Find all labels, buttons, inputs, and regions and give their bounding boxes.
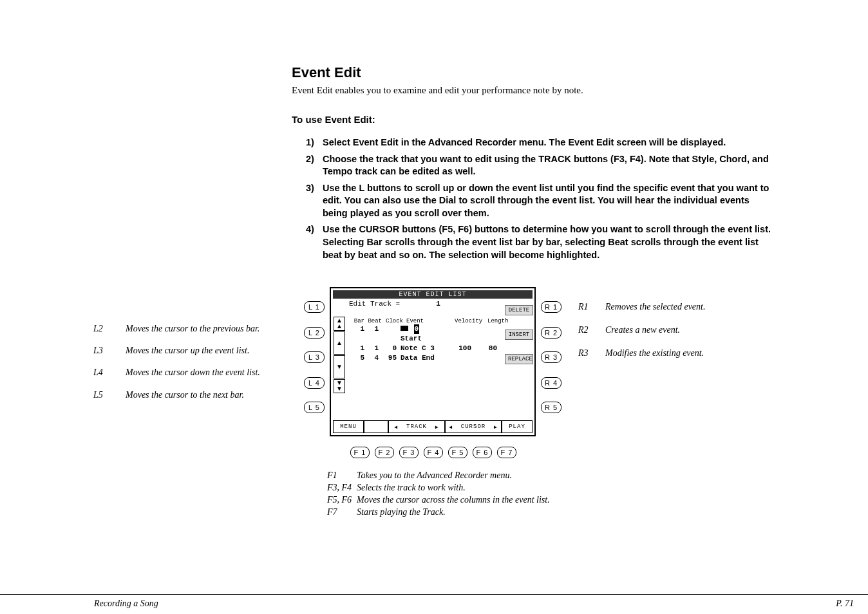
l4-button[interactable]: L 4	[304, 377, 325, 389]
l1-button[interactable]: L 1	[304, 301, 325, 313]
f6-button[interactable]: F 6	[473, 447, 492, 458]
play-softbutton[interactable]: PLAY	[502, 420, 533, 433]
step-1: 1)Select Event Edit in the Advanced Reco…	[306, 136, 775, 149]
start-marker-icon	[401, 326, 408, 331]
delete-softbutton[interactable]: DELETE	[505, 305, 533, 315]
scroll-arrows: ▲▲ ▲ ▼ ▼▼	[334, 299, 345, 394]
double-up-arrow-icon[interactable]: ▲▲	[334, 317, 345, 331]
l3-button[interactable]: L 3	[304, 351, 325, 363]
l-button-descriptions: L2Moves the cursor to the previous bar. …	[93, 323, 280, 411]
r-button-descriptions: R1Removes the selected event. R2Creates …	[578, 301, 705, 371]
r1-button[interactable]: R 1	[541, 301, 561, 313]
f5-button[interactable]: F 5	[448, 447, 467, 458]
r2-button[interactable]: R 2	[541, 327, 561, 339]
subtitle: To use Event Edit:	[292, 114, 775, 125]
lcd-bottom-bar: MENU ◀ TRACK ▶ ◀ CURSOR ▶ PLAY	[333, 420, 533, 433]
left-arrow-icon: ◀	[449, 424, 453, 430]
l2-button[interactable]: L 2	[304, 327, 325, 339]
page-footer: Recording a Song P. 71	[0, 594, 868, 609]
replace-softbutton[interactable]: REPLACE	[505, 354, 533, 364]
page-title: Event Edit	[292, 64, 775, 81]
f1-button[interactable]: F 1	[350, 447, 370, 458]
footer-section: Recording a Song	[94, 599, 158, 609]
menu-softbutton[interactable]: MENU	[333, 420, 364, 433]
cursor-softbutton[interactable]: ◀ CURSOR ▶	[445, 420, 502, 433]
insert-softbutton[interactable]: INSERT	[505, 330, 533, 340]
double-down-arrow-icon[interactable]: ▼▼	[334, 379, 345, 393]
f7-button[interactable]: F 7	[497, 447, 516, 458]
lcd-row-2: 1 1 0 Note C 3 100 80	[346, 344, 533, 353]
step-2: 2)Choose the track that you want to edit…	[306, 153, 775, 178]
right-arrow-icon: ▶	[494, 424, 498, 430]
l5-button[interactable]: L 5	[304, 402, 325, 413]
f2-button[interactable]: F 2	[375, 447, 394, 458]
up-arrow-icon[interactable]: ▲	[334, 331, 345, 355]
track-softbutton[interactable]: ◀ TRACK ▶	[388, 420, 445, 433]
steps-list: 1)Select Event Edit in the Advanced Reco…	[292, 136, 775, 261]
lcd-title: EVENT EDIT LIST	[333, 290, 533, 299]
down-arrow-icon[interactable]: ▼	[334, 355, 345, 378]
step-4: 4)Use the CURSOR buttons (F5, F6) button…	[306, 223, 775, 261]
f4-button[interactable]: F 4	[424, 447, 443, 458]
r5-button[interactable]: R 5	[541, 402, 561, 413]
footer-page: P. 71	[836, 599, 854, 609]
main-content: Event Edit Event Edit enables you to exa…	[292, 64, 775, 265]
intro-text: Event Edit enables you to examine and ed…	[292, 85, 775, 96]
lcd-screen: EVENT EDIT LIST Edit Track = 1 Bar Beat …	[330, 287, 536, 436]
right-arrow-icon: ▶	[435, 424, 439, 430]
f-buttons-row: F 1 F 2 F 3 F 4 F 5 F 6 F 7	[350, 447, 516, 458]
lcd-column-headers: Bar Beat Clock Event Velocity Length	[346, 318, 533, 324]
left-arrow-icon: ◀	[394, 424, 398, 430]
r4-button[interactable]: R 4	[541, 377, 561, 389]
r3-button[interactable]: R 3	[541, 351, 561, 363]
f3-button[interactable]: F 3	[399, 447, 419, 458]
f-button-descriptions: F1Takes you to the Advanced Recorder men…	[327, 470, 550, 519]
step-3: 3)Use the L buttons to scroll up or down…	[306, 182, 775, 220]
